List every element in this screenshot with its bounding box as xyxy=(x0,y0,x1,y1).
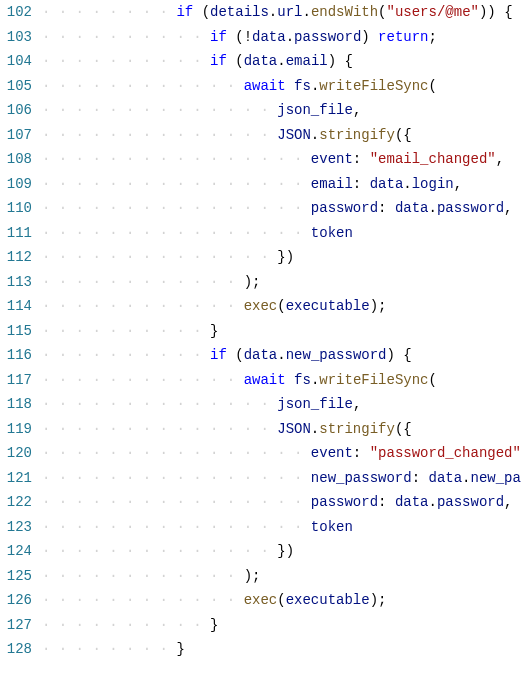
line-number: 104 xyxy=(0,49,32,74)
token-pn: } xyxy=(176,641,184,657)
token-pn: : xyxy=(378,494,395,510)
token-pn: ); xyxy=(370,298,387,314)
code-line: · · · · · · · · · · · · · · JSON.stringi… xyxy=(42,123,521,148)
line-number: 105 xyxy=(0,74,32,99)
token-pn: ( xyxy=(227,53,244,69)
indent-whitespace: · · · · · · · · · · · · · · · · xyxy=(42,200,311,216)
token-kw: if xyxy=(210,29,227,45)
code-line: · · · · · · · · · · · · · · · · new_pass… xyxy=(42,466,521,491)
line-number: 112 xyxy=(0,245,32,270)
code-line: · · · · · · · · } xyxy=(42,637,521,662)
line-number: 126 xyxy=(0,588,32,613)
token-id: login xyxy=(412,176,454,192)
indent-whitespace: · · · · · · · · xyxy=(42,4,176,20)
line-number-gutter: 1021031041051061071081091101111121131141… xyxy=(0,0,42,688)
token-kw: await xyxy=(244,78,286,94)
token-pn: ({ xyxy=(395,127,412,143)
token-id: fs xyxy=(294,78,311,94)
token-id: event xyxy=(311,445,353,461)
token-id: json_file xyxy=(277,102,353,118)
token-id: new_password xyxy=(471,470,522,486)
indent-whitespace: · · · · · · · · · · · · xyxy=(42,274,244,290)
line-number: 113 xyxy=(0,270,32,295)
token-id: password xyxy=(437,200,504,216)
indent-whitespace: · · · · · · · · · · · · xyxy=(42,78,244,94)
token-pn: , xyxy=(353,396,361,412)
indent-whitespace: · · · · · · · · · · xyxy=(42,29,210,45)
token-pn: , xyxy=(496,151,504,167)
code-line: · · · · · · · · · · · · · · JSON.stringi… xyxy=(42,417,521,442)
token-pn: (! xyxy=(227,29,252,45)
line-number: 115 xyxy=(0,319,32,344)
line-number: 116 xyxy=(0,343,32,368)
token-pn: ({ xyxy=(395,421,412,437)
code-line: · · · · · · · · · · · · · · · · email: d… xyxy=(42,172,521,197)
token-pn: : xyxy=(353,176,370,192)
line-number: 110 xyxy=(0,196,32,221)
code-line: · · · · · · · · · · if (!data.password) … xyxy=(42,25,521,50)
token-fn: stringify xyxy=(319,421,395,437)
token-str: "email_changed" xyxy=(370,151,496,167)
token-id: email xyxy=(286,53,328,69)
token-id: fs xyxy=(294,372,311,388)
token-pn: ( xyxy=(378,4,386,20)
code-line: · · · · · · · · · · · · · · json_file, xyxy=(42,98,521,123)
token-id: password xyxy=(294,29,361,45)
indent-whitespace: · · · · · · · · · · xyxy=(42,53,210,69)
token-fn: writeFileSync xyxy=(319,372,428,388)
token-pn: ( xyxy=(227,347,244,363)
indent-whitespace: · · · · · · · · · · · · · · xyxy=(42,249,277,265)
token-pn: : xyxy=(412,470,429,486)
token-pn: ); xyxy=(370,592,387,608)
token-id: json_file xyxy=(277,396,353,412)
code-line: · · · · · · · · · · · · · · · · password… xyxy=(42,490,521,515)
code-line: · · · · · · · · if (details.url.endsWith… xyxy=(42,0,521,25)
indent-whitespace: · · · · · · · · xyxy=(42,641,176,657)
code-line: · · · · · · · · · · } xyxy=(42,613,521,638)
token-pn: ( xyxy=(429,372,437,388)
indent-whitespace: · · · · · · · · · · · · xyxy=(42,568,244,584)
indent-whitespace: · · · · · · · · · · xyxy=(42,347,210,363)
token-id: password xyxy=(437,494,504,510)
indent-whitespace: · · · · · · · · · · · · xyxy=(42,592,244,608)
token-id: data xyxy=(252,29,286,45)
token-pn: ; xyxy=(429,29,437,45)
token-pn: . xyxy=(277,53,285,69)
token-pn: . xyxy=(428,494,436,510)
token-id: password xyxy=(311,494,378,510)
code-line: · · · · · · · · · · if (data.new_passwor… xyxy=(42,343,521,368)
line-number: 120 xyxy=(0,441,32,466)
line-number: 107 xyxy=(0,123,32,148)
token-pn: . xyxy=(311,127,319,143)
token-pn: : xyxy=(378,200,395,216)
token-id: password xyxy=(311,200,378,216)
token-fn: endsWith xyxy=(311,4,378,20)
indent-whitespace: · · · · · · · · · · · · · · · · xyxy=(42,494,311,510)
token-pn: . xyxy=(302,4,310,20)
token-id: email xyxy=(311,176,353,192)
token-pn: ( xyxy=(429,78,437,94)
token-kw: return xyxy=(378,29,428,45)
token-pn: ); xyxy=(244,274,261,290)
code-line: · · · · · · · · · · } xyxy=(42,319,521,344)
indent-whitespace: · · · · · · · · · · · · · · xyxy=(42,127,277,143)
code-line: · · · · · · · · · · · · · · · · password… xyxy=(42,196,521,221)
code-line: · · · · · · · · · · · · ); xyxy=(42,564,521,589)
code-line: · · · · · · · · · · if (data.email) { xyxy=(42,49,521,74)
token-pn: )) xyxy=(479,4,496,20)
indent-whitespace: · · · · · · · · · · · · · · xyxy=(42,543,277,559)
token-pn xyxy=(286,372,294,388)
code-line: · · · · · · · · · · · · await fs.writeFi… xyxy=(42,368,521,393)
token-pn: } xyxy=(210,323,218,339)
line-number: 123 xyxy=(0,515,32,540)
token-pn: . xyxy=(277,347,285,363)
token-pn: . xyxy=(286,29,294,45)
token-id: data xyxy=(395,494,429,510)
indent-whitespace: · · · · · · · · · · · · · · xyxy=(42,396,277,412)
line-number: 109 xyxy=(0,172,32,197)
indent-whitespace: · · · · · · · · · · · · · · · · xyxy=(42,470,311,486)
token-id: token xyxy=(311,519,353,535)
indent-whitespace: · · · · · · · · · · · · · · xyxy=(42,421,277,437)
code-line: · · · · · · · · · · · · · · json_file, xyxy=(42,392,521,417)
line-number: 103 xyxy=(0,25,32,50)
